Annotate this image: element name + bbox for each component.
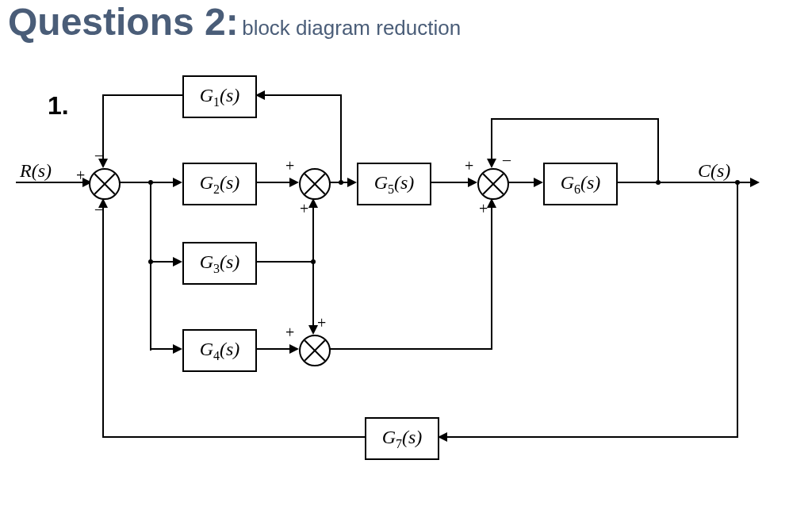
wire bbox=[312, 262, 314, 328]
block-label: G7(s) bbox=[382, 427, 423, 451]
wire bbox=[255, 348, 293, 350]
block-g4: G4(s) bbox=[182, 329, 257, 372]
arrowhead-icon bbox=[289, 178, 299, 187]
wire bbox=[491, 198, 492, 350]
title-sub: block diagram reduction bbox=[242, 16, 461, 40]
wire bbox=[491, 118, 492, 162]
block-label: G5(s) bbox=[374, 172, 415, 197]
sign: + bbox=[285, 157, 294, 175]
block-label: G3(s) bbox=[200, 251, 240, 276]
wire bbox=[329, 348, 492, 350]
arrowhead-icon bbox=[487, 198, 496, 208]
wire bbox=[340, 95, 342, 182]
wire bbox=[119, 182, 151, 183]
summing-junction-1 bbox=[89, 168, 121, 200]
wire bbox=[508, 182, 537, 183]
block-diagram: R(s) + – – G2(s) + + G5(s) + – + G6(s) C… bbox=[0, 63, 812, 492]
arrowhead-icon bbox=[347, 178, 357, 187]
arrowhead-icon bbox=[173, 344, 182, 354]
arrowhead-icon bbox=[308, 325, 318, 335]
block-label: G4(s) bbox=[200, 339, 240, 363]
arrowhead-icon bbox=[173, 257, 182, 266]
block-label: G1(s) bbox=[200, 85, 240, 109]
arrowhead-icon bbox=[98, 198, 108, 208]
summing-junction-2 bbox=[299, 168, 331, 200]
sign: – bbox=[503, 151, 511, 169]
wire bbox=[255, 261, 314, 263]
wire bbox=[255, 94, 342, 96]
sign: + bbox=[317, 314, 326, 332]
input-label: R(s) bbox=[20, 160, 52, 182]
summing-junction-3 bbox=[299, 335, 331, 366]
block-label: G6(s) bbox=[561, 172, 601, 197]
arrowhead-icon bbox=[534, 178, 543, 187]
wire bbox=[103, 436, 365, 438]
arrowhead-icon bbox=[308, 198, 318, 208]
page-title: Questions 2: block diagram reduction bbox=[8, 0, 461, 44]
block-g3: G3(s) bbox=[182, 242, 257, 285]
arrowhead-icon bbox=[173, 178, 182, 187]
wire bbox=[737, 182, 738, 438]
wire bbox=[657, 119, 659, 182]
wire bbox=[430, 182, 471, 183]
arrowhead-icon bbox=[487, 159, 496, 168]
arrowhead-icon bbox=[289, 344, 299, 354]
sign: + bbox=[300, 200, 308, 218]
wire bbox=[492, 118, 659, 120]
summing-junction-4 bbox=[477, 168, 509, 200]
block-g7: G7(s) bbox=[365, 417, 439, 460]
wire bbox=[616, 182, 753, 183]
arrowhead-icon bbox=[750, 178, 760, 187]
wire bbox=[150, 182, 151, 351]
title-main: Questions 2: bbox=[8, 1, 239, 43]
arrowhead-icon bbox=[98, 159, 108, 168]
wire bbox=[312, 198, 314, 263]
wire bbox=[255, 182, 293, 183]
wire bbox=[102, 198, 104, 438]
sign: + bbox=[465, 157, 473, 175]
arrowhead-icon bbox=[468, 178, 477, 187]
wire bbox=[438, 436, 738, 438]
output-label: C(s) bbox=[698, 160, 730, 182]
block-g5: G5(s) bbox=[357, 163, 431, 205]
sign: + bbox=[285, 324, 294, 342]
block-g2: G2(s) bbox=[182, 163, 257, 205]
block-g1: G1(s) bbox=[182, 75, 257, 118]
block-g6: G6(s) bbox=[543, 163, 618, 205]
sign: + bbox=[76, 167, 85, 185]
wire bbox=[102, 94, 104, 161]
block-label: G2(s) bbox=[200, 172, 240, 197]
wire bbox=[103, 94, 182, 96]
